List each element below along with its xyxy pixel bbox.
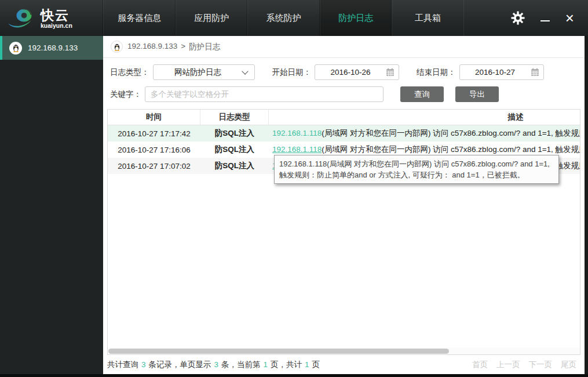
- log-type: 防SQL注入: [200, 128, 269, 139]
- horizontal-scrollbar-thumb[interactable]: [108, 349, 449, 354]
- log-description: 192.168.1.118(局域网 对方和您在同一内部网) 访问 c57x86.…: [269, 144, 580, 155]
- log-time: 2016-10-27 17:07:02: [108, 162, 200, 171]
- keyword-input[interactable]: [145, 86, 384, 102]
- pagination: 首页 上一页 下一页 尾页: [472, 360, 576, 370]
- app-logo: 快云 kuaiyun.cn: [0, 0, 103, 36]
- log-type-value: 网站防护日志: [154, 67, 243, 78]
- logo-text: 快云 kuaiyun.cn: [41, 9, 72, 29]
- table-header-row: 时间 日志类型 描述: [108, 110, 580, 125]
- window-controls: ×: [511, 0, 588, 36]
- nav-app-protection[interactable]: 应用防护: [176, 0, 248, 36]
- nav-server-info[interactable]: 服务器信息: [103, 0, 176, 36]
- log-type-select[interactable]: 网站防护日志: [153, 64, 255, 80]
- source-ip-link[interactable]: 192.168.1.118: [272, 145, 322, 154]
- sidebar-server-ip: 192.168.9.133: [28, 44, 78, 52]
- end-date-label: 结束日期：: [417, 67, 456, 78]
- settings-gear-icon[interactable]: [511, 11, 525, 25]
- start-date-value: 2016-10-26: [315, 68, 386, 77]
- nav-protection-logs[interactable]: 防护日志: [320, 0, 392, 36]
- page-size-count: 3: [211, 360, 222, 369]
- filter-panel: 日志类型： 网站防护日志 开始日期： 2016-10-26: [103, 58, 585, 109]
- column-header-log-type: 日志类型: [200, 110, 269, 125]
- logo-swirl-icon: [7, 6, 37, 30]
- end-date-input[interactable]: 2016-10-27: [459, 64, 544, 80]
- log-time: 2016-10-27 17:16:06: [108, 146, 200, 154]
- log-time: 2016-10-27 17:17:42: [108, 129, 200, 138]
- minimize-icon: [540, 20, 550, 21]
- keyword-label: 关键字：: [110, 89, 141, 100]
- window-right-edge: [585, 36, 588, 377]
- start-date-label: 开始日期：: [272, 67, 312, 78]
- window-bottom-edge: [0, 374, 588, 377]
- breadcrumb-separator: >: [181, 42, 185, 52]
- log-type-label: 日志类型：: [110, 67, 149, 78]
- breadcrumb: 192.168.9.133 > 防护日志: [103, 36, 585, 58]
- tux-linux-icon: [9, 42, 22, 55]
- description-text: (局域网 对方和您在同一内部网) 访问 c57x86.zblog.com/? a…: [322, 145, 580, 154]
- calendar-icon[interactable]: [386, 68, 395, 77]
- close-button[interactable]: ×: [565, 12, 574, 24]
- prev-page-link[interactable]: 上一页: [496, 360, 520, 370]
- log-table: 时间 日志类型 描述 2016-10-27 17:17:42 防SQL注入 19…: [107, 109, 580, 355]
- log-type: 防SQL注入: [200, 161, 269, 171]
- calendar-icon[interactable]: [531, 68, 539, 77]
- current-page-number: 1: [261, 360, 271, 369]
- minimize-button[interactable]: [540, 12, 550, 24]
- nav-system-protection[interactable]: 系统防护: [247, 0, 320, 36]
- breadcrumb-page: 防护日志: [189, 42, 220, 52]
- total-pages-count: 1: [302, 360, 312, 369]
- breadcrumb-server: 192.168.9.133: [127, 42, 177, 52]
- column-header-description: 描述: [269, 110, 580, 125]
- export-button[interactable]: 导出: [455, 86, 499, 102]
- tux-linux-icon: [111, 41, 123, 53]
- column-header-time: 时间: [108, 110, 200, 125]
- brand-domain: kuaiyun.cn: [41, 23, 72, 29]
- description-text: (局域网 对方和您在同一内部网) 访问 c57x86.zblog.com/? a…: [322, 129, 580, 137]
- server-sidebar: 192.168.9.133: [0, 36, 103, 374]
- main-nav: 服务器信息 应用防护 系统防护 防护日志 工具箱: [103, 0, 464, 36]
- pagination-footer: 共计查询3条记录，单页显示3条，当前第1页，共计1页 首页 上一页 下一页 尾页: [103, 355, 585, 374]
- total-records-count: 3: [138, 360, 149, 369]
- source-ip-link[interactable]: 192.168.1.118: [272, 129, 322, 137]
- end-date-value: 2016-10-27: [460, 68, 531, 77]
- table-row[interactable]: 2016-10-27 17:17:42 防SQL注入 192.168.1.118…: [108, 125, 580, 142]
- description-tooltip: 192.168.1.118(局域网 对方和您在同一内部网) 访问 c57x86.…: [274, 155, 559, 184]
- horizontal-scrollbar[interactable]: [108, 347, 580, 354]
- query-button[interactable]: 查询: [400, 86, 444, 102]
- sidebar-server-item[interactable]: 192.168.9.133: [0, 36, 103, 60]
- last-page-link[interactable]: 尾页: [561, 360, 576, 370]
- next-page-link[interactable]: 下一页: [529, 360, 553, 370]
- log-description: 192.168.1.118(局域网 对方和您在同一内部网) 访问 c57x86.…: [269, 128, 580, 139]
- start-date-input[interactable]: 2016-10-26: [315, 64, 399, 80]
- record-summary: 共计查询3条记录，单页显示3条，当前第1页，共计1页: [107, 360, 320, 370]
- chevron-down-icon: [242, 68, 248, 74]
- title-bar: 快云 kuaiyun.cn 服务器信息 应用防护 系统防护 防护日志 工具箱: [0, 0, 588, 36]
- nav-toolbox[interactable]: 工具箱: [392, 0, 464, 36]
- main-content: 192.168.9.133 > 防护日志 日志类型： 网站防护日志 开始日期： …: [103, 36, 585, 374]
- brand-title: 快云: [41, 9, 72, 22]
- log-type: 防SQL注入: [200, 144, 269, 155]
- first-page-link[interactable]: 首页: [472, 360, 488, 370]
